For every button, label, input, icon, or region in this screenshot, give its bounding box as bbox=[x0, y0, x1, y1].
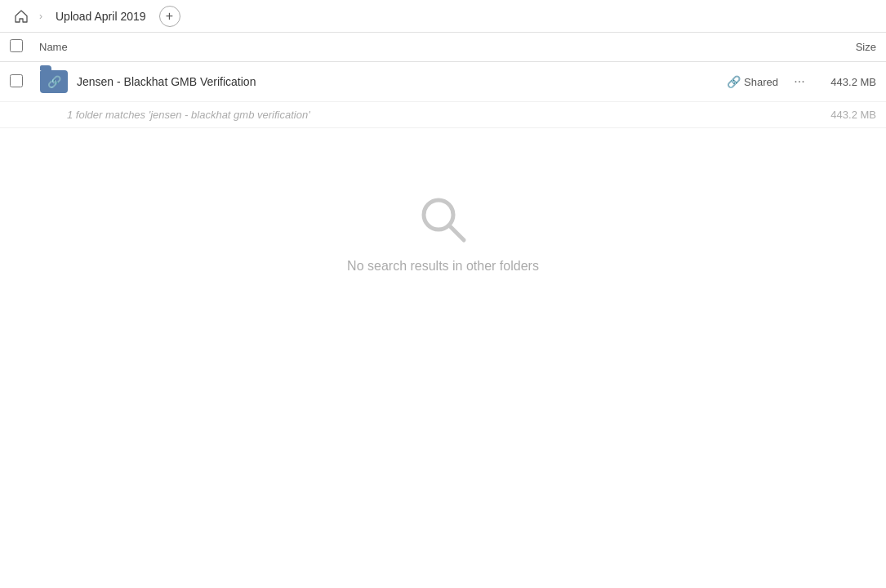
breadcrumb-separator: › bbox=[39, 11, 42, 22]
link-icon: 🔗 bbox=[727, 75, 741, 88]
no-results-icon bbox=[417, 194, 470, 246]
empty-state: No search results in other folders bbox=[0, 128, 886, 274]
file-size: 443.2 MB bbox=[811, 76, 876, 88]
top-bar: › Upload April 2019 + bbox=[0, 0, 886, 33]
link-overlay-icon: 🔗 bbox=[47, 75, 61, 88]
shared-badge: 🔗 Shared bbox=[727, 75, 778, 88]
table-header: Name Size bbox=[0, 33, 886, 62]
svg-line-1 bbox=[449, 225, 464, 240]
file-meta: 🔗 Shared ··· bbox=[727, 70, 811, 93]
match-text: 1 folder matches 'jensen - blackhat gmb … bbox=[67, 109, 811, 121]
match-size: 443.2 MB bbox=[811, 109, 876, 121]
header-checkbox-col bbox=[10, 39, 39, 55]
file-name: Jensen - Blackhat GMB Verification bbox=[77, 75, 727, 88]
row-checkbox-col bbox=[10, 74, 39, 90]
home-button[interactable] bbox=[10, 5, 33, 28]
col-name-header: Name bbox=[39, 41, 795, 53]
row-checkbox[interactable] bbox=[10, 74, 23, 87]
folder-icon: 🔗 bbox=[40, 70, 68, 93]
shared-label: Shared bbox=[744, 76, 778, 88]
match-count-row: 1 folder matches 'jensen - blackhat gmb … bbox=[0, 102, 886, 128]
table-row[interactable]: 🔗 Jensen - Blackhat GMB Verification 🔗 S… bbox=[0, 62, 886, 102]
select-all-checkbox[interactable] bbox=[10, 39, 23, 52]
col-size-header: Size bbox=[795, 41, 876, 53]
folder-icon-wrapper: 🔗 bbox=[39, 67, 69, 96]
no-results-text: No search results in other folders bbox=[347, 259, 539, 274]
breadcrumb-item: Upload April 2019 bbox=[49, 7, 153, 26]
more-options-button[interactable]: ··· bbox=[788, 70, 811, 93]
add-button[interactable]: + bbox=[159, 6, 180, 27]
breadcrumb-label[interactable]: Upload April 2019 bbox=[49, 7, 153, 26]
